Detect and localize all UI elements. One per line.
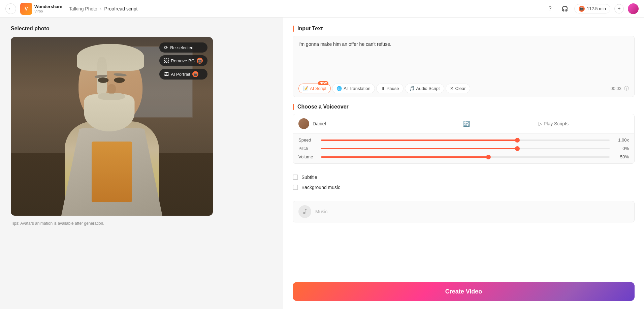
pitch-fill <box>321 148 517 149</box>
back-button[interactable]: ← <box>5 3 16 14</box>
tips-text: Tips: Avatars animation is available aft… <box>11 221 272 226</box>
speed-slider-row: Speed 1.00x <box>298 137 629 143</box>
pause-label: Pause <box>387 86 399 91</box>
remove-bg-badge: 🎬 <box>197 58 203 64</box>
voiceover-section: Choose a Voiceover Daniel 🔄 ▷ Play Scrip… <box>293 104 635 164</box>
speed-fill <box>321 140 517 141</box>
right-panel: Input Text I'm gonna make him an offer h… <box>283 18 644 309</box>
add-icon: + <box>617 6 620 12</box>
ai-translation-button[interactable]: 🌐 AI Translation <box>332 84 375 93</box>
pause-button[interactable]: ⏸ Pause <box>376 84 404 93</box>
reselected-icon: ⟳ <box>164 45 168 50</box>
credits-value: 112.5 min <box>587 6 606 11</box>
input-text-content[interactable]: I'm gonna make him an offer he can't ref… <box>293 36 634 80</box>
background-music-checkbox-row[interactable]: Background music <box>293 185 635 190</box>
new-badge: NEW <box>318 81 328 85</box>
help-button[interactable]: ? <box>545 3 555 14</box>
time-display: 00:03 <box>610 86 621 91</box>
volume-fill <box>321 156 488 158</box>
pitch-value: 0% <box>614 146 629 151</box>
ai-portrait-icon: 🖼 <box>164 71 169 77</box>
ai-portrait-button[interactable]: 🖼 AI Portrait 🎬 <box>159 69 207 80</box>
voice-name: Daniel <box>313 121 463 126</box>
volume-track[interactable] <box>321 156 610 158</box>
photo-overlay-buttons: ⟳ Re-selected 🖼 Remove BG 🎬 🖼 AI Portrai… <box>159 42 207 80</box>
voiceover-header: Daniel 🔄 ▷ Play Scripts <box>293 114 634 133</box>
reselected-button[interactable]: ⟳ Re-selected <box>159 42 207 53</box>
subtitle-label: Subtitle <box>301 175 317 180</box>
pitch-label: Pitch <box>298 146 317 151</box>
input-text-title: Input Text <box>293 26 635 32</box>
voice-refresh-icon[interactable]: 🔄 <box>463 121 470 127</box>
brand-name: Wondershare <box>34 4 62 9</box>
audio-script-button[interactable]: 🎵 Audio Script <box>405 84 444 93</box>
photo-image: ⟳ Re-selected 🖼 Remove BG 🎬 🖼 AI Portrai… <box>11 37 213 216</box>
speed-value: 1.00x <box>614 137 629 143</box>
play-scripts-button[interactable]: ▷ Play Scripts <box>478 121 629 126</box>
voice-avatar <box>298 118 309 129</box>
remove-bg-label: Remove BG <box>171 58 195 63</box>
help-icon: ? <box>548 6 551 12</box>
logo: V Wondershare Virbo <box>20 3 62 15</box>
info-icon[interactable]: ⓘ <box>624 86 629 92</box>
pitch-slider-row: Pitch 0% <box>298 146 629 151</box>
voiceover-title: Choose a Voiceover <box>293 104 635 110</box>
volume-slider-row: Volume 50% <box>298 154 629 159</box>
checkboxes-section: Subtitle Background music <box>293 171 635 194</box>
audio-script-icon: 🎵 <box>409 86 415 91</box>
add-button[interactable]: + <box>614 4 624 13</box>
ai-script-icon: 📝 <box>303 86 308 91</box>
topbar: ← V Wondershare Virbo Talking Photo › Pr… <box>0 0 644 18</box>
speed-label: Speed <box>298 137 317 143</box>
sliders-section: Speed 1.00x Pitch <box>293 133 634 163</box>
left-panel: Selected photo <box>0 18 283 309</box>
subtitle-checkbox-row[interactable]: Subtitle <box>293 175 635 180</box>
credits-display[interactable]: 🎬 112.5 min <box>574 4 610 13</box>
ai-script-button[interactable]: NEW 📝 AI Script <box>298 84 331 93</box>
remove-bg-icon: 🖼 <box>164 58 169 63</box>
breadcrumb-arrow: › <box>100 6 102 11</box>
voiceover-container: Daniel 🔄 ▷ Play Scripts Speed <box>293 114 635 164</box>
headphone-button[interactable]: 🎧 <box>559 3 570 14</box>
pitch-thumb[interactable] <box>515 146 520 151</box>
pause-icon: ⏸ <box>381 86 385 91</box>
breadcrumb: Talking Photo › Proofread script <box>69 6 138 11</box>
pitch-track[interactable] <box>321 148 610 149</box>
music-section: Music <box>293 201 635 222</box>
breadcrumb-current: Proofread script <box>104 6 138 11</box>
volume-thumb[interactable] <box>486 155 491 159</box>
selected-photo-title: Selected photo <box>11 26 272 32</box>
volume-label: Volume <box>298 154 317 159</box>
create-video-button[interactable]: Create Video <box>293 282 635 301</box>
clear-button[interactable]: ✕ Clear <box>446 84 470 93</box>
ai-portrait-badge: 🎬 <box>192 71 198 77</box>
headphone-icon: 🎧 <box>561 5 568 12</box>
background-music-checkbox[interactable] <box>293 185 298 190</box>
speed-track[interactable] <box>321 140 610 141</box>
topbar-right: ? 🎧 🎬 112.5 min + <box>545 3 639 14</box>
music-icon <box>298 205 311 218</box>
clear-icon: ✕ <box>450 86 454 91</box>
play-scripts-label: ▷ Play Scripts <box>539 121 569 126</box>
user-avatar[interactable] <box>628 3 639 14</box>
volume-value: 50% <box>614 154 629 159</box>
clear-label: Clear <box>455 86 466 91</box>
remove-bg-button[interactable]: 🖼 Remove BG 🎬 <box>159 55 207 66</box>
subtitle-checkbox[interactable] <box>293 175 298 180</box>
input-toolbar: NEW 📝 AI Script 🌐 AI Translation ⏸ Pause <box>293 80 634 97</box>
create-video-label: Create Video <box>445 288 482 295</box>
input-text-box: I'm gonna make him an offer he can't ref… <box>293 36 635 97</box>
ai-translation-label: AI Translation <box>344 86 371 91</box>
product-name: Virbo <box>34 9 62 13</box>
photo-container: ⟳ Re-selected 🖼 Remove BG 🎬 🖼 AI Portrai… <box>11 37 213 216</box>
reselected-label: Re-selected <box>170 45 193 50</box>
logo-icon: V <box>20 3 32 15</box>
ai-portrait-label: AI Portrait <box>171 72 190 77</box>
music-placeholder: Music <box>315 209 328 214</box>
input-text-section: Input Text I'm gonna make him an offer h… <box>293 26 635 97</box>
breadcrumb-parent: Talking Photo <box>69 6 97 11</box>
speed-thumb[interactable] <box>515 138 520 143</box>
main-content: Selected photo <box>0 18 644 309</box>
background-music-label: Background music <box>301 185 340 190</box>
credit-icon: 🎬 <box>579 6 585 12</box>
